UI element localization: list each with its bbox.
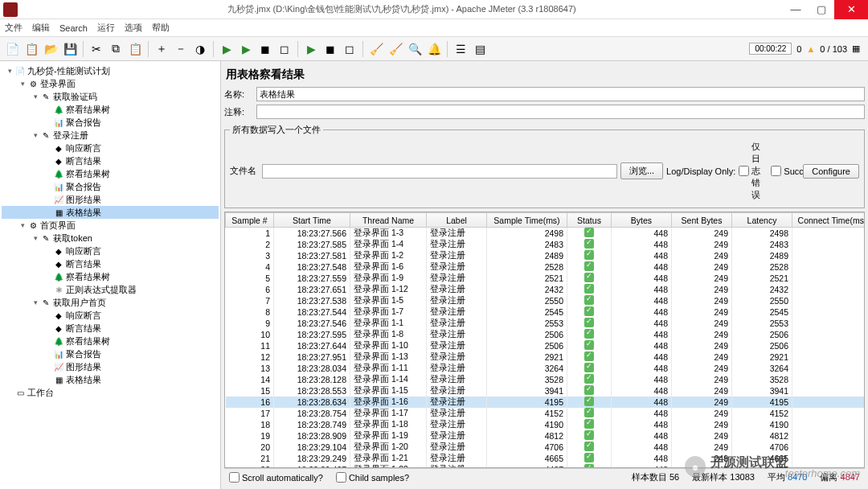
table-row[interactable]: 718:23:27.538登录界面 1-5登录注册255044824925500 <box>226 295 866 306</box>
table-row[interactable]: 1418:23:28.128登录界面 1-14登录注册3528448249352… <box>226 374 866 385</box>
menu-文件[interactable]: 文件 <box>5 22 23 34</box>
paste-icon[interactable]: 📋 <box>126 40 144 58</box>
browse-button[interactable]: 浏览... <box>620 162 663 179</box>
table-row[interactable]: 1718:23:28.754登录界面 1-17登录注册4152448249415… <box>226 408 866 419</box>
stop-icon[interactable]: ◼ <box>256 40 274 58</box>
cut-icon[interactable]: ✂ <box>88 40 105 58</box>
tree-node[interactable]: 📈图形结果 <box>2 193 219 206</box>
templates-icon[interactable]: ▤ <box>471 40 489 58</box>
shutdown-icon[interactable]: ◻ <box>276 40 293 58</box>
tree-node[interactable]: ◆断言结果 <box>2 257 219 270</box>
tree-node[interactable]: 🌲察看结果树 <box>2 167 219 180</box>
table-row[interactable]: 618:23:27.651登录界面 1-12登录注册24324482492432… <box>226 284 866 295</box>
template-icon[interactable]: 📋 <box>23 40 40 58</box>
remote-stop-icon[interactable]: ◼ <box>321 40 339 58</box>
configure-button[interactable]: Configure <box>803 164 859 179</box>
fn-icon[interactable]: 🔔 <box>425 40 443 58</box>
tree-node[interactable]: ▾✎登录注册 <box>2 129 219 142</box>
help-icon[interactable]: ☰ <box>452 40 469 58</box>
table-row[interactable]: 918:23:27.546登录界面 1-1登录注册255344824925530 <box>226 318 866 329</box>
file-input[interactable] <box>262 164 617 179</box>
child-samples-check[interactable]: Child samples? <box>336 472 409 483</box>
scroll-auto-check[interactable]: Scroll automatically? <box>229 472 323 483</box>
tree-node[interactable]: ◆断言结果 <box>2 322 219 335</box>
tree-node[interactable]: ▾✎获取token <box>2 232 219 244</box>
col-header[interactable]: Latency <box>732 213 792 228</box>
expand-icon[interactable]: ＋ <box>153 40 170 58</box>
tree-node[interactable]: ◆响应断言 <box>2 244 219 257</box>
col-header[interactable]: Sample # <box>226 213 274 228</box>
tree-node[interactable]: 📈图形结果 <box>2 360 219 373</box>
menu-编辑[interactable]: 编辑 <box>32 22 50 34</box>
clear-icon[interactable]: 🧹 <box>367 40 385 58</box>
tree-node[interactable]: ▾📄九秒贷-性能测试计划 <box>2 64 219 77</box>
tree-node[interactable]: 🌲察看结果树 <box>2 270 219 283</box>
collapse-icon[interactable]: － <box>172 40 190 58</box>
maximize-button[interactable]: ▢ <box>809 0 834 19</box>
tree-node[interactable]: ▦表格结果 <box>2 373 219 386</box>
search-icon[interactable]: 🔍 <box>406 40 424 58</box>
col-header[interactable]: Sample Time(ms) <box>487 213 567 228</box>
open-icon[interactable]: 📂 <box>42 40 59 58</box>
menu-search[interactable]: Search <box>59 23 88 33</box>
tree-node[interactable]: ▾✎获取用户首页 <box>2 296 219 309</box>
tree-node[interactable]: ◆断言结果 <box>2 154 219 167</box>
col-header[interactable]: Sent Bytes <box>672 213 732 228</box>
menu-运行[interactable]: 运行 <box>97 22 115 34</box>
test-plan-tree[interactable]: ▾📄九秒贷-性能测试计划▾⚙登录界面▾✎获取验证码🌲察看结果树📊聚合报告▾✎登录… <box>0 61 221 489</box>
results-table-wrap[interactable]: Sample #Start TimeThread NameLabelSample… <box>224 212 865 468</box>
tree-node[interactable]: ◆响应断言 <box>2 309 219 322</box>
table-row[interactable]: 1118:23:27.644登录界面 1-10登录注册2506448249250… <box>226 340 866 351</box>
col-header[interactable]: Thread Name <box>350 213 427 228</box>
table-row[interactable]: 118:23:27.566登录界面 1-3登录注册249844824924980 <box>226 228 866 240</box>
tree-node[interactable]: 📊聚合报告 <box>2 180 219 193</box>
run-icon[interactable]: ▶ <box>218 40 235 58</box>
remote-start-icon[interactable]: ▶ <box>302 40 320 58</box>
save-icon[interactable]: 💾 <box>61 40 79 58</box>
menu-帮助[interactable]: 帮助 <box>152 22 170 34</box>
clear-all-icon[interactable]: 🧹 <box>387 40 404 58</box>
close-button[interactable]: ✕ <box>834 0 868 19</box>
successes-check[interactable]: Successes <box>771 166 800 176</box>
tree-node[interactable]: ◆响应断言 <box>2 142 219 154</box>
table-row[interactable]: 1318:23:28.034登录界面 1-11登录注册3264448249326… <box>226 363 866 374</box>
tree-node[interactable]: ▾⚙登录界面 <box>2 77 219 90</box>
col-header[interactable]: Label <box>427 213 487 228</box>
table-row[interactable]: 2118:23:29.249登录界面 1-21登录注册4665448249466… <box>226 453 866 464</box>
table-row[interactable]: 1818:23:28.749登录界面 1-18登录注册4190448249419… <box>226 419 866 430</box>
col-header[interactable]: Start Time <box>274 213 350 228</box>
tree-node[interactable]: 🌲察看结果树 <box>2 103 219 116</box>
err-only-check[interactable]: 仅日志错误 <box>739 141 768 201</box>
tree-node[interactable]: 📊聚合报告 <box>2 347 219 360</box>
toggle-icon[interactable]: ◑ <box>191 40 209 58</box>
table-row[interactable]: 318:23:27.581登录界面 1-2登录注册248944824924890 <box>226 250 866 261</box>
table-row[interactable]: 1218:23:27.951登录界面 1-13登录注册2921448249292… <box>226 351 866 363</box>
table-row[interactable]: 818:23:27.544登录界面 1-7登录注册254544824925450 <box>226 306 866 318</box>
tree-node[interactable]: ▭工作台 <box>2 386 219 399</box>
col-header[interactable]: Bytes <box>612 213 672 228</box>
menu-选项[interactable]: 选项 <box>125 22 142 34</box>
tree-node[interactable]: ▾✎获取验证码 <box>2 90 219 103</box>
remote-shutdown-icon[interactable]: ◻ <box>341 40 358 58</box>
tree-node[interactable]: ▾⚙首页界面 <box>2 219 219 232</box>
col-header[interactable]: Status <box>567 213 612 228</box>
table-row[interactable]: 418:23:27.548登录界面 1-6登录注册252844824925280 <box>226 261 866 273</box>
new-icon[interactable]: 📄 <box>3 40 21 58</box>
copy-icon[interactable]: ⧉ <box>107 40 125 58</box>
comment-input[interactable] <box>256 105 865 119</box>
table-row[interactable]: 1518:23:28.553登录界面 1-15登录注册3941448249394… <box>226 385 866 397</box>
table-row[interactable]: 1918:23:28.909登录界面 1-19登录注册4812448249481… <box>226 430 866 442</box>
minimize-button[interactable]: — <box>783 0 809 19</box>
name-input[interactable] <box>256 87 865 101</box>
run-nopause-icon[interactable]: ▶ <box>237 40 255 58</box>
table-row[interactable]: 218:23:27.585登录界面 1-4登录注册248344824924830 <box>226 239 866 250</box>
tree-node[interactable]: 🌲察看结果树 <box>2 335 219 347</box>
col-header[interactable]: Connect Time(ms) <box>792 213 866 228</box>
tree-node[interactable]: 📊聚合报告 <box>2 116 219 129</box>
tree-node[interactable]: ▦表格结果 <box>2 206 219 219</box>
table-row[interactable]: 2018:23:29.104登录界面 1-20登录注册4706448249470… <box>226 442 866 453</box>
tree-node[interactable]: ⚛正则表达式提取器 <box>2 283 219 296</box>
table-row[interactable]: 1618:23:28.634登录界面 1-16登录注册4195448249419… <box>226 397 866 408</box>
table-row[interactable]: 518:23:27.559登录界面 1-9登录注册252144824925210 <box>226 273 866 284</box>
table-row[interactable]: 1018:23:27.595登录界面 1-8登录注册25064482492506… <box>226 329 866 340</box>
